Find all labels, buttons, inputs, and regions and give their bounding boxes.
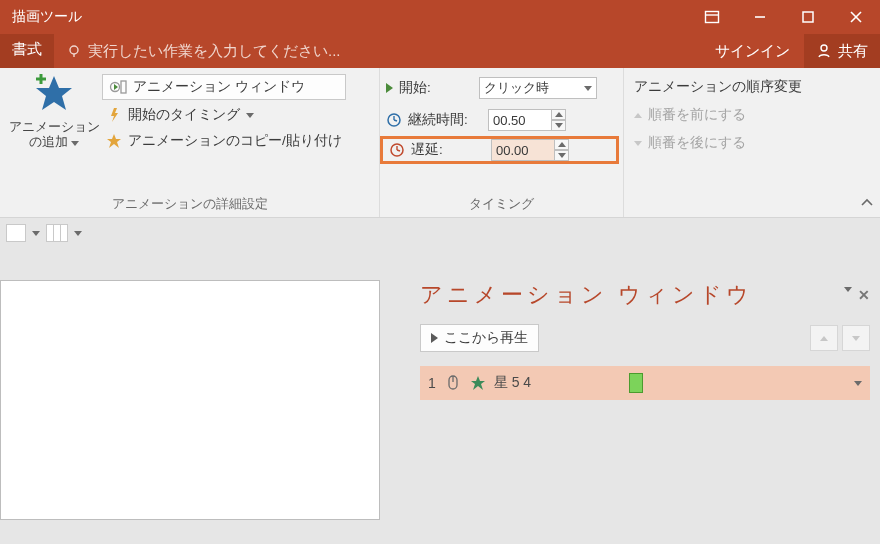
start-label: 開始: <box>399 79 473 97</box>
clock-icon <box>386 112 402 128</box>
move-later-label: 順番を後にする <box>648 134 746 152</box>
group-label-timing: タイミング <box>386 193 617 217</box>
mouse-click-icon <box>444 374 462 392</box>
svg-point-6 <box>70 46 78 54</box>
start-row: 開始: クリック時 <box>386 74 617 102</box>
duration-value: 00.50 <box>493 113 526 128</box>
svg-marker-15 <box>111 108 118 122</box>
svg-marker-13 <box>114 84 118 90</box>
svg-marker-16 <box>107 134 121 148</box>
reorder-up-button[interactable] <box>810 325 838 351</box>
animation-item[interactable]: 1 星 5 4 <box>420 366 870 400</box>
svg-rect-3 <box>803 12 813 22</box>
duration-input[interactable]: 00.50 <box>488 109 552 131</box>
svg-line-22 <box>397 150 400 151</box>
chevron-down-icon[interactable] <box>74 231 82 236</box>
svg-line-19 <box>394 120 397 121</box>
animation-pane: アニメーション ウィンドウ ✕ ここから再生 1 星 5 4 <box>420 280 870 400</box>
chevron-down-icon[interactable] <box>32 231 40 236</box>
move-earlier-button[interactable]: 順番を前にする <box>630 104 806 126</box>
animation-pane-button[interactable]: アニメーション ウィンドウ <box>102 74 346 100</box>
delay-spin-up[interactable] <box>555 139 569 150</box>
group-timing: 開始: クリック時 継続時間: 00.50 <box>380 68 624 217</box>
add-animation-button[interactable]: アニメーションの追加 <box>6 72 102 193</box>
share-label: 共有 <box>838 42 868 61</box>
start-combo[interactable]: クリック時 <box>479 77 597 99</box>
trigger-button[interactable]: 開始のタイミング <box>102 104 346 126</box>
animation-pane-label: アニメーション ウィンドウ <box>133 78 305 96</box>
delay-label: 遅延: <box>411 141 485 159</box>
minimize-button[interactable] <box>736 0 784 34</box>
delay-row: 遅延: 00.00 <box>380 136 619 164</box>
collapse-ribbon-button[interactable] <box>860 196 874 213</box>
panel-close-icon[interactable]: ✕ <box>858 287 870 303</box>
delay-input[interactable]: 00.00 <box>491 139 555 161</box>
start-value: クリック時 <box>484 79 549 97</box>
animation-painter-button[interactable]: アニメーションのコピー/貼り付け <box>102 130 346 152</box>
svg-marker-25 <box>471 376 485 390</box>
item-index: 1 <box>428 375 436 391</box>
duration-label: 継続時間: <box>408 111 482 129</box>
bulb-icon <box>66 43 82 59</box>
subtool-item-1[interactable] <box>6 224 26 242</box>
duration-spin-up[interactable] <box>552 109 566 120</box>
slide-canvas[interactable] <box>0 280 380 520</box>
delay-clock-icon <box>389 142 405 158</box>
animation-painter-icon <box>106 133 122 149</box>
animation-pane-icon <box>109 79 127 95</box>
item-timeline-chip[interactable] <box>629 373 643 393</box>
svg-rect-14 <box>121 81 126 93</box>
close-button[interactable] <box>832 0 880 34</box>
group-reorder: アニメーションの順序変更 順番を前にする 順番を後にする <box>624 68 880 217</box>
ribbon-tab-row: 書式 実行したい作業を入力してください... サインイン 共有 <box>0 34 880 68</box>
trigger-label: 開始のタイミング <box>128 106 240 124</box>
duration-row: 継続時間: 00.50 <box>386 106 617 134</box>
group-advanced-animation: アニメーションの追加 アニメーション ウィンドウ 開始のタイミング アニメーショ… <box>0 68 380 217</box>
share-icon <box>816 43 832 59</box>
star-icon <box>470 375 486 391</box>
tab-format[interactable]: 書式 <box>0 34 54 68</box>
svg-rect-0 <box>706 12 719 23</box>
move-earlier-label: 順番を前にする <box>648 106 746 124</box>
group-label-advanced: アニメーションの詳細設定 <box>6 193 373 217</box>
play-icon <box>386 83 393 93</box>
share-button[interactable]: 共有 <box>804 34 880 68</box>
triangle-up-icon <box>634 113 642 118</box>
reorder-down-button[interactable] <box>842 325 870 351</box>
play-from-label: ここから再生 <box>444 329 528 347</box>
move-later-button[interactable]: 順番を後にする <box>630 132 806 154</box>
item-label: 星 5 4 <box>494 374 531 392</box>
subtoolbar <box>0 218 880 248</box>
play-icon <box>431 333 438 343</box>
item-dropdown-icon[interactable] <box>854 381 862 386</box>
chevron-down-icon <box>246 113 254 118</box>
maximize-button[interactable] <box>784 0 832 34</box>
trigger-icon <box>106 107 122 123</box>
panel-title: アニメーション ウィンドウ <box>420 280 753 310</box>
add-animation-icon <box>32 72 76 116</box>
panel-dropdown-icon[interactable] <box>844 287 852 292</box>
delay-value: 00.00 <box>496 143 529 158</box>
chevron-down-icon <box>584 86 592 91</box>
title-bar: 描画ツール <box>0 0 880 34</box>
tell-me-search[interactable]: 実行したい作業を入力してください... <box>54 34 701 68</box>
svg-point-8 <box>821 45 827 51</box>
delay-spin-down[interactable] <box>555 150 569 161</box>
duration-spin-down[interactable] <box>552 120 566 131</box>
context-tab-label: 描画ツール <box>0 2 94 32</box>
ribbon-display-options-icon[interactable] <box>688 0 736 34</box>
tell-me-placeholder: 実行したい作業を入力してください... <box>88 42 341 61</box>
add-animation-label-2: の追加 <box>29 135 68 149</box>
animation-painter-label: アニメーションのコピー/貼り付け <box>128 132 342 150</box>
play-from-button[interactable]: ここから再生 <box>420 324 539 352</box>
triangle-down-icon <box>634 141 642 146</box>
reorder-title: アニメーションの順序変更 <box>630 76 806 98</box>
sign-in-link[interactable]: サインイン <box>701 34 804 68</box>
add-animation-label-1: アニメーション <box>9 120 100 134</box>
chevron-down-icon <box>71 141 79 146</box>
ribbon: アニメーションの追加 アニメーション ウィンドウ 開始のタイミング アニメーショ… <box>0 68 880 218</box>
window-controls <box>688 0 880 34</box>
